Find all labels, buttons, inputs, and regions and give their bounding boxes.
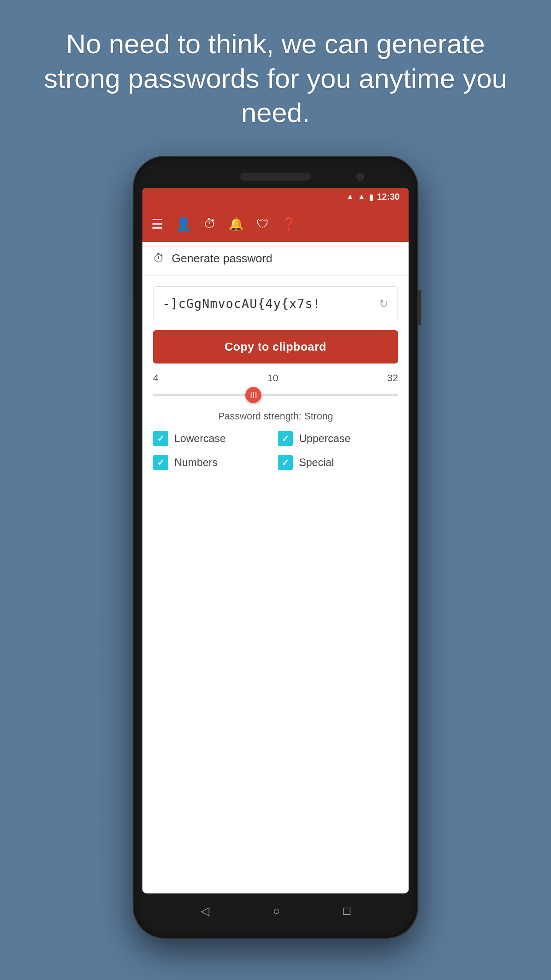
checkbox-uppercase[interactable]: ✓ Uppercase bbox=[278, 431, 398, 446]
checkbox-numbers-box: ✓ bbox=[153, 455, 168, 470]
checkbox-lowercase[interactable]: ✓ Lowercase bbox=[153, 431, 273, 446]
time-display: 12:30 bbox=[377, 192, 400, 202]
copy-to-clipboard-button[interactable]: Copy to clipboard bbox=[153, 330, 398, 364]
checkbox-grid: ✓ Lowercase ✓ Uppercase ✓ bbox=[153, 431, 398, 470]
slider-current-value: 10 bbox=[268, 372, 278, 384]
checkbox-lowercase-check: ✓ bbox=[157, 433, 165, 444]
person-icon[interactable]: 👤 bbox=[176, 217, 191, 231]
checkbox-special[interactable]: ✓ Special bbox=[278, 455, 398, 470]
slider-labels: 4 10 32 bbox=[153, 372, 398, 384]
section-header: ⏱ Generate password bbox=[142, 242, 409, 276]
slider-section: 4 10 32 bbox=[153, 372, 398, 402]
slider-track-container[interactable] bbox=[153, 388, 398, 402]
menu-icon[interactable]: ☰ bbox=[151, 216, 163, 232]
checkbox-special-label: Special bbox=[299, 456, 334, 469]
app-content: -]cGgNmvocAU{4y{x7s! ↻ Copy to clipboard… bbox=[142, 276, 409, 893]
slider-thumb[interactable] bbox=[245, 387, 261, 403]
phone-top-bar bbox=[142, 166, 409, 188]
help-icon[interactable]: ❓ bbox=[281, 217, 297, 231]
wifi-icon: ▲ bbox=[346, 192, 354, 202]
slider-fill bbox=[153, 394, 256, 396]
nav-home-button[interactable]: ○ bbox=[273, 904, 280, 918]
checkbox-uppercase-box: ✓ bbox=[278, 431, 293, 446]
phone-camera bbox=[356, 173, 364, 181]
checkbox-lowercase-box: ✓ bbox=[153, 431, 168, 446]
nav-recent-button[interactable]: □ bbox=[343, 904, 350, 918]
checkbox-numbers-check: ✓ bbox=[157, 457, 165, 468]
refresh-icon[interactable]: ↻ bbox=[379, 297, 389, 311]
status-bar: ▲ ▲ ▮ 12:30 bbox=[142, 188, 409, 206]
section-icon: ⏱ bbox=[153, 252, 165, 265]
slider-min-label: 4 bbox=[153, 372, 158, 384]
hero-text: No need to think, we can generate strong… bbox=[0, 0, 551, 148]
checkbox-numbers-label: Numbers bbox=[174, 456, 217, 469]
alarm-icon[interactable]: 🔔 bbox=[228, 217, 244, 231]
signal-icon: ▲ bbox=[358, 192, 366, 202]
checkbox-special-check: ✓ bbox=[282, 457, 289, 468]
phone-speaker bbox=[240, 173, 311, 181]
battery-icon: ▮ bbox=[369, 192, 374, 202]
checkbox-uppercase-check: ✓ bbox=[282, 433, 289, 444]
shield-icon[interactable]: 🛡 bbox=[256, 217, 269, 231]
phone-side-button bbox=[418, 290, 421, 325]
checkbox-numbers[interactable]: ✓ Numbers bbox=[153, 455, 273, 470]
slider-thumb-icon bbox=[251, 392, 257, 398]
timer-icon[interactable]: ⏱ bbox=[204, 217, 216, 231]
password-value: -]cGgNmvocAU{4y{x7s! bbox=[162, 296, 321, 311]
phone-screen: ▲ ▲ ▮ 12:30 ☰ 👤 ⏱ 🔔 🛡 ❓ ⏱ Generate passw… bbox=[142, 188, 409, 893]
app-toolbar: ☰ 👤 ⏱ 🔔 🛡 ❓ bbox=[142, 206, 409, 242]
status-icons: ▲ ▲ ▮ 12:30 bbox=[346, 192, 400, 202]
section-title: Generate password bbox=[172, 252, 272, 265]
checkbox-special-box: ✓ bbox=[278, 455, 293, 470]
phone-frame: ▲ ▲ ▮ 12:30 ☰ 👤 ⏱ 🔔 🛡 ❓ ⏱ Generate passw… bbox=[134, 157, 417, 938]
checkbox-uppercase-label: Uppercase bbox=[299, 432, 350, 445]
phone-bottom-bar: ◁ ○ □ bbox=[142, 893, 409, 929]
slider-track bbox=[153, 394, 398, 396]
nav-back-button[interactable]: ◁ bbox=[201, 904, 209, 918]
strength-text: Password strength: Strong bbox=[153, 411, 398, 422]
password-display-box: -]cGgNmvocAU{4y{x7s! ↻ bbox=[153, 286, 398, 321]
checkbox-lowercase-label: Lowercase bbox=[174, 432, 226, 445]
slider-max-label: 32 bbox=[387, 372, 398, 384]
